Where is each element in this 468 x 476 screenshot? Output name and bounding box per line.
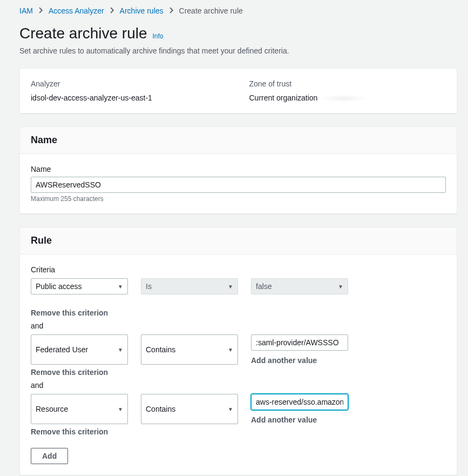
name-section-header: Name — [31, 135, 446, 146]
criterion-operator-select[interactable]: Contains ▼ — [141, 334, 238, 365]
chevron-right-icon — [110, 6, 114, 15]
redacted-text — [320, 95, 368, 102]
chevron-down-icon: ▼ — [228, 284, 233, 290]
criterion-operator-select: Is ▼ — [141, 278, 238, 294]
breadcrumb: IAM Access Analyzer Archive rules Create… — [19, 6, 457, 15]
criteria-label: Criteria — [31, 265, 446, 274]
chevron-right-icon — [169, 6, 174, 15]
rule-section-header: Rule — [31, 235, 446, 246]
breadcrumb-current: Create archive rule — [179, 6, 243, 15]
and-label: and — [31, 381, 446, 390]
criterion-row: Public access ▼ Is ▼ false ▼ — [31, 278, 446, 294]
zone-of-trust-value: Current organization — [249, 93, 446, 102]
criterion-row: Federated User ▼ Contains ▼ Add another … — [31, 334, 446, 365]
criterion-value-input[interactable] — [251, 334, 348, 351]
chevron-down-icon: ▼ — [338, 284, 343, 290]
remove-criterion-link[interactable]: Remove this criterion — [31, 368, 446, 377]
breadcrumb-archive-rules[interactable]: Archive rules — [120, 6, 164, 15]
criterion-operator-select[interactable]: Contains ▼ — [141, 394, 238, 424]
name-input[interactable] — [31, 177, 446, 193]
name-panel: Name Name Maximum 255 characters — [19, 126, 457, 214]
criterion-property-select[interactable]: Public access ▼ — [31, 278, 128, 294]
remove-criterion-link[interactable]: Remove this criterion — [31, 309, 446, 317]
criterion-property-select[interactable]: Federated User ▼ — [31, 334, 128, 365]
analyzer-panel: Analyzer idsol-dev-access-analyzer-us-ea… — [19, 68, 457, 113]
add-another-value-link[interactable]: Add another value — [251, 356, 348, 365]
criterion-property-select[interactable]: Resource ▼ — [31, 394, 128, 424]
name-field-label: Name — [31, 165, 446, 173]
chevron-down-icon: ▼ — [228, 406, 233, 412]
remove-criterion-link[interactable]: Remove this criterion — [31, 427, 446, 436]
and-label: and — [31, 321, 446, 330]
chevron-down-icon: ▼ — [118, 347, 123, 353]
rule-panel: Rule Criteria Public access ▼ Is ▼ false… — [19, 227, 457, 475]
chevron-down-icon: ▼ — [228, 347, 233, 353]
breadcrumb-access-analyzer[interactable]: Access Analyzer — [49, 6, 104, 15]
zone-of-trust-label: Zone of trust — [249, 79, 446, 88]
name-hint: Maximum 255 characters — [31, 195, 446, 203]
chevron-down-icon: ▼ — [118, 284, 123, 290]
chevron-down-icon: ▼ — [118, 406, 123, 412]
analyzer-label: Analyzer — [31, 79, 228, 88]
analyzer-value: idsol-dev-access-analyzer-us-east-1 — [31, 93, 228, 102]
breadcrumb-iam[interactable]: IAM — [19, 6, 33, 15]
criterion-row: Resource ▼ Contains ▼ Add another value — [31, 394, 446, 424]
add-criterion-button[interactable]: Add — [31, 448, 68, 464]
criterion-value-select: false ▼ — [251, 278, 348, 294]
criterion-value-input[interactable] — [251, 394, 348, 410]
page-title: Create archive rule — [19, 25, 147, 42]
page-subtitle: Set archive rules to automatically archi… — [19, 46, 457, 55]
chevron-right-icon — [38, 6, 43, 15]
info-link[interactable]: Info — [152, 32, 163, 40]
add-another-value-link[interactable]: Add another value — [251, 415, 348, 424]
